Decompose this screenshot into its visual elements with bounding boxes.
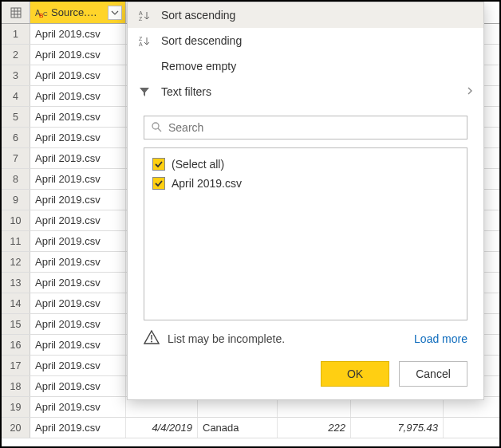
svg-line-24 <box>158 128 161 132</box>
text-type-icon: ABC <box>35 7 48 18</box>
popup-button-row: OK Cancel <box>128 353 483 399</box>
cell-source-name[interactable]: April 2019.csv <box>30 45 126 65</box>
cell-source-name[interactable]: April 2019.csv <box>30 356 126 375</box>
search-icon <box>151 121 162 135</box>
checkbox-checked[interactable] <box>152 158 165 171</box>
row-number-cell[interactable]: 11 <box>2 231 30 251</box>
cell-source-name[interactable]: April 2019.csv <box>30 107 126 127</box>
table-icon <box>10 7 22 18</box>
warning-text: List may be incomplete. <box>168 332 285 345</box>
row-number-cell[interactable]: 6 <box>2 128 30 147</box>
row-number-cell[interactable]: 19 <box>2 397 30 417</box>
cell-source-name[interactable]: April 2019.csv <box>30 273 126 293</box>
cell-date[interactable]: 4/4/2019 <box>126 418 198 438</box>
row-number-cell[interactable]: 13 <box>2 273 30 293</box>
incomplete-warning-row: List may be incomplete. Load more <box>128 320 483 353</box>
svg-point-26 <box>151 341 152 343</box>
row-number-cell[interactable]: 12 <box>2 252 30 272</box>
popup-item-label: Sort ascending <box>161 9 235 22</box>
row-number-cell[interactable]: 18 <box>2 376 30 396</box>
cell-source-name[interactable]: April 2019.csv <box>30 376 126 396</box>
warning-icon <box>144 330 160 347</box>
text-filters-item[interactable]: Text filters <box>128 79 483 104</box>
column-filter-popup: AZ Sort ascending ZA Sort descending Rem… <box>127 2 484 400</box>
cell-source-name[interactable]: April 2019.csv <box>30 190 126 210</box>
row-number-cell[interactable]: 20 <box>2 418 30 438</box>
popup-item-label: Text filters <box>161 85 211 98</box>
checkbox-label: (Select all) <box>172 158 224 171</box>
row-number-cell[interactable]: 10 <box>2 210 30 230</box>
cell-source-name[interactable]: April 2019.csv <box>30 128 126 147</box>
search-input[interactable] <box>168 121 460 134</box>
cell-source-name[interactable]: April 2019.csv <box>30 169 126 189</box>
row-number-cell[interactable]: 8 <box>2 169 30 189</box>
row-number-cell[interactable]: 1 <box>2 24 30 44</box>
checkbox-checked[interactable] <box>152 177 165 190</box>
chevron-down-icon <box>111 9 119 17</box>
table-row[interactable]: 20April 2019.csv4/4/2019Canada2227,975.4… <box>2 418 499 438</box>
cell-source-name[interactable]: April 2019.csv <box>30 335 126 355</box>
ok-button[interactable]: OK <box>321 361 389 387</box>
sort-desc-icon: ZA <box>137 35 152 46</box>
cancel-button[interactable]: Cancel <box>399 361 467 387</box>
column-label: Source.Name <box>51 6 105 18</box>
svg-text:C: C <box>43 10 48 18</box>
filter-icon <box>137 86 152 97</box>
row-number-cell[interactable]: 4 <box>2 86 30 106</box>
cell-revenue[interactable]: 7,975.43 <box>351 418 444 438</box>
popup-item-label: Sort descending <box>161 34 242 47</box>
cell-source-name[interactable]: April 2019.csv <box>30 418 126 438</box>
cell-source-name[interactable]: April 2019.csv <box>30 252 126 272</box>
sort-descending-item[interactable]: ZA Sort descending <box>128 28 483 53</box>
popup-item-label: Remove empty <box>161 60 236 73</box>
svg-text:Z: Z <box>139 16 143 21</box>
row-number-cell[interactable]: 17 <box>2 356 30 375</box>
row-number-header[interactable] <box>2 2 30 23</box>
chevron-right-icon <box>466 85 474 98</box>
row-number-cell[interactable]: 7 <box>2 148 30 168</box>
filter-search-box[interactable] <box>144 116 467 140</box>
cell-source-name[interactable]: April 2019.csv <box>30 65 126 85</box>
cell-source-name[interactable]: April 2019.csv <box>30 86 126 106</box>
row-number-cell[interactable]: 16 <box>2 335 30 355</box>
row-number-cell[interactable]: 5 <box>2 107 30 127</box>
svg-rect-0 <box>11 8 21 18</box>
column-filter-dropdown[interactable] <box>108 6 122 20</box>
svg-point-23 <box>152 123 159 129</box>
cell-source-name[interactable]: April 2019.csv <box>30 293 126 313</box>
cell-source-name[interactable]: April 2019.csv <box>30 397 126 417</box>
select-all-row[interactable]: (Select all) <box>152 155 459 174</box>
row-number-cell[interactable]: 14 <box>2 293 30 313</box>
row-number-cell[interactable]: 3 <box>2 65 30 85</box>
cell-source-name[interactable]: April 2019.csv <box>30 314 126 334</box>
filter-values-list[interactable]: (Select all) April 2019.csv <box>144 147 467 320</box>
svg-text:A: A <box>139 41 143 46</box>
svg-text:Z: Z <box>139 36 143 41</box>
column-header-source-name[interactable]: ABC Source.Name <box>30 2 126 23</box>
row-number-cell[interactable]: 15 <box>2 314 30 334</box>
cell-source-name[interactable]: April 2019.csv <box>30 24 126 44</box>
cell-source-name[interactable]: April 2019.csv <box>30 210 126 230</box>
sort-ascending-item[interactable]: AZ Sort ascending <box>128 2 483 28</box>
checkbox-label: April 2019.csv <box>172 177 242 190</box>
row-number-cell[interactable]: 9 <box>2 190 30 210</box>
load-more-link[interactable]: Load more <box>414 332 467 345</box>
filter-value-row[interactable]: April 2019.csv <box>152 174 459 193</box>
row-number-cell[interactable]: 2 <box>2 45 30 65</box>
cell-units[interactable]: 222 <box>278 418 351 438</box>
cell-source-name[interactable]: April 2019.csv <box>30 231 126 251</box>
sort-asc-icon: AZ <box>137 10 152 21</box>
remove-empty-item[interactable]: Remove empty <box>128 53 483 79</box>
svg-text:A: A <box>139 10 143 16</box>
cell-country[interactable]: Canada <box>198 418 278 438</box>
cell-source-name[interactable]: April 2019.csv <box>30 148 126 168</box>
